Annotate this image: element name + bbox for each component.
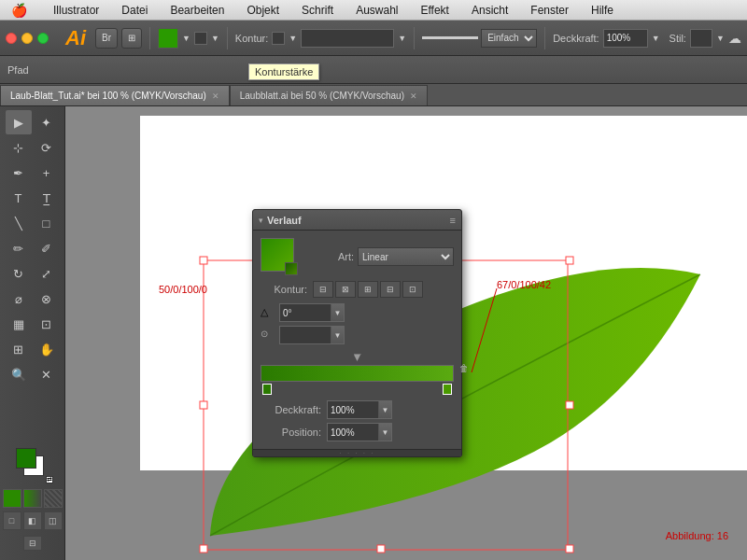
cloud-icon[interactable]: ☁ bbox=[728, 31, 741, 46]
gradient-delete-icon[interactable]: 🗑 bbox=[459, 363, 469, 373]
pencil-tool[interactable]: ✐ bbox=[34, 236, 60, 260]
apple-menu[interactable]: 🍎 bbox=[7, 1, 31, 20]
tab-laub-blatt[interactable]: Laub-Blatt_Tut.ai* bei 100 % (CMYK/Vorsc… bbox=[0, 85, 230, 105]
swap-colors-icon[interactable]: ⇄ bbox=[46, 476, 53, 483]
gradient-stop-left[interactable] bbox=[262, 384, 272, 395]
menu-auswahl[interactable]: Auswahl bbox=[352, 2, 402, 19]
stroke-style-select[interactable]: Einfach bbox=[481, 29, 537, 48]
magic-wand-tool[interactable]: ⊹ bbox=[6, 135, 32, 160]
stroke-box[interactable] bbox=[194, 32, 207, 45]
position-input-arrow[interactable]: ▼ bbox=[378, 424, 391, 441]
panel-collapse-icon[interactable]: ▾ bbox=[259, 216, 263, 225]
warp-tool[interactable]: ⌀ bbox=[6, 287, 32, 311]
select-tool[interactable]: ▶ bbox=[6, 110, 32, 134]
close-button[interactable] bbox=[6, 33, 17, 44]
deckkraft-arrow: ▼ bbox=[652, 34, 660, 43]
aspect-input[interactable] bbox=[280, 330, 331, 341]
panel-menu-icon[interactable]: ≡ bbox=[450, 215, 456, 226]
add-anchor-tool[interactable]: + bbox=[34, 161, 60, 185]
paint-brush-tool[interactable]: ✏ bbox=[6, 236, 32, 260]
lasso-tool[interactable]: ⟳ bbox=[34, 135, 60, 160]
drawing-mode-inside[interactable]: ◫ bbox=[44, 511, 63, 530]
tab-close-1[interactable]: ✕ bbox=[212, 91, 219, 101]
blend-tool[interactable]: ⊗ bbox=[34, 287, 60, 311]
measure-tool[interactable]: ✕ bbox=[34, 362, 60, 386]
fill-color-box[interactable] bbox=[158, 28, 178, 49]
kontur-color[interactable] bbox=[272, 32, 285, 45]
pen-tool[interactable]: ✒ bbox=[6, 161, 32, 185]
touch-type-tool[interactable]: T̲ bbox=[34, 186, 60, 210]
kontur-btn-1[interactable]: ⊟ bbox=[313, 281, 333, 298]
kontur-btn-5[interactable]: ⊡ bbox=[402, 281, 423, 298]
artboard-tool[interactable]: ⊡ bbox=[34, 312, 60, 336]
direct-select-tool[interactable]: ✦ bbox=[34, 110, 60, 134]
position-input[interactable] bbox=[328, 427, 378, 438]
column-chart-tool[interactable]: ▦ bbox=[6, 312, 32, 336]
line-tool[interactable]: ╲ bbox=[6, 211, 32, 235]
tools-row-10: ⊞ ✋ bbox=[6, 337, 60, 361]
view-buttons: □ ◧ ◫ bbox=[3, 511, 63, 530]
kontur-btn-2[interactable]: ⊠ bbox=[335, 281, 356, 298]
deckkraft-input-container: ▼ bbox=[327, 400, 392, 419]
stil-swatch[interactable] bbox=[690, 29, 712, 48]
kontur-label: Kontur: bbox=[235, 33, 268, 44]
kontur-size-input[interactable] bbox=[301, 29, 394, 48]
angle-input[interactable] bbox=[280, 308, 331, 318]
menu-hilfe[interactable]: Hilfe bbox=[587, 2, 617, 19]
deckkraft-input-arrow[interactable]: ▼ bbox=[378, 401, 391, 418]
stroke-style-area: Einfach bbox=[422, 29, 537, 48]
menu-effekt[interactable]: Effekt bbox=[416, 2, 452, 19]
main-area: ▶ ✦ ⊹ ⟳ ✒ + T T̲ ╲ □ ✏ ✐ ↻ ⤢ ⌀ ⊗ bbox=[0, 106, 747, 560]
panel-resize-handle[interactable]: · · · · · bbox=[253, 449, 461, 456]
aspect-input-arrow[interactable]: ▼ bbox=[331, 327, 344, 343]
fill-mode-gradient[interactable] bbox=[23, 489, 42, 508]
fill-mode-pattern[interactable] bbox=[44, 489, 63, 508]
art-select[interactable]: Linear bbox=[358, 247, 454, 266]
deckkraft-input[interactable] bbox=[603, 29, 648, 48]
menu-illustrator[interactable]: Illustrator bbox=[49, 2, 103, 19]
minimize-button[interactable] bbox=[21, 33, 33, 44]
konturstarke-tooltip: Konturstärke bbox=[248, 63, 319, 80]
resize-dots: · · · · · bbox=[339, 449, 374, 457]
type-tool[interactable]: T bbox=[6, 186, 32, 210]
menu-bearbeiten[interactable]: Bearbeiten bbox=[166, 2, 228, 19]
gradient-midpoint-handle[interactable] bbox=[354, 354, 361, 361]
fill-mode-solid[interactable] bbox=[3, 489, 21, 508]
slice-tool[interactable]: ⊞ bbox=[6, 337, 32, 361]
aspect-row: ⊙ ▼ bbox=[261, 326, 454, 344]
scale-tool[interactable]: ⤢ bbox=[34, 261, 60, 286]
tools-row-4: T T̲ bbox=[6, 186, 60, 210]
abbildung-label: Abbildung: 16 bbox=[666, 530, 728, 541]
hand-tool[interactable]: ✋ bbox=[34, 337, 60, 361]
gradient-small-preview[interactable] bbox=[285, 262, 298, 275]
ai-logo: Ai bbox=[65, 26, 86, 50]
menu-fenster[interactable]: Fenster bbox=[527, 2, 572, 19]
tab-label-1: Laub-Blatt_Tut.ai* bei 100 % (CMYK/Vorsc… bbox=[10, 91, 206, 101]
tab-close-2[interactable]: ✕ bbox=[410, 91, 417, 101]
drawing-mode-back[interactable]: ◧ bbox=[23, 511, 42, 530]
screen-mode-btn[interactable]: ⊟ bbox=[23, 536, 42, 551]
drawing-mode-normal[interactable]: □ bbox=[3, 511, 21, 530]
menu-ansicht[interactable]: Ansicht bbox=[468, 2, 512, 19]
menu-schrift[interactable]: Schrift bbox=[298, 2, 337, 19]
menu-bar: 🍎 Illustrator Datei Bearbeiten Objekt Sc… bbox=[0, 0, 747, 21]
menu-datei[interactable]: Datei bbox=[118, 2, 151, 19]
tab-label-2: Laubblatt.ai bei 50 % (CMYK/Vorschau) bbox=[240, 91, 404, 101]
deckkraft-panel-input[interactable] bbox=[328, 405, 378, 415]
foreground-color-swatch[interactable] bbox=[16, 448, 36, 469]
zoom-tool[interactable]: 🔍 bbox=[6, 362, 32, 386]
panel-header[interactable]: ▾ Verlauf ≡ bbox=[253, 210, 461, 231]
tab-laubblatt[interactable]: Laubblatt.ai bei 50 % (CMYK/Vorschau) ✕ bbox=[230, 85, 428, 105]
br-button[interactable]: Br bbox=[95, 28, 118, 49]
angle-input-arrow[interactable]: ▼ bbox=[331, 304, 344, 321]
menu-objekt[interactable]: Objekt bbox=[243, 2, 283, 19]
gradient-color-bar[interactable] bbox=[261, 365, 454, 382]
left-toolbar: ▶ ✦ ⊹ ⟳ ✒ + T T̲ ╲ □ ✏ ✐ ↻ ⤢ ⌀ ⊗ bbox=[0, 106, 65, 560]
kontur-btn-3[interactable]: ⊞ bbox=[358, 281, 378, 298]
arrange-button[interactable]: ⊞ bbox=[121, 28, 142, 49]
rotate-tool[interactable]: ↻ bbox=[6, 261, 32, 286]
gradient-stop-right[interactable] bbox=[443, 384, 452, 395]
rect-tool[interactable]: □ bbox=[34, 211, 60, 235]
maximize-button[interactable] bbox=[37, 33, 49, 44]
kontur-btn-4[interactable]: ⊟ bbox=[380, 281, 401, 298]
